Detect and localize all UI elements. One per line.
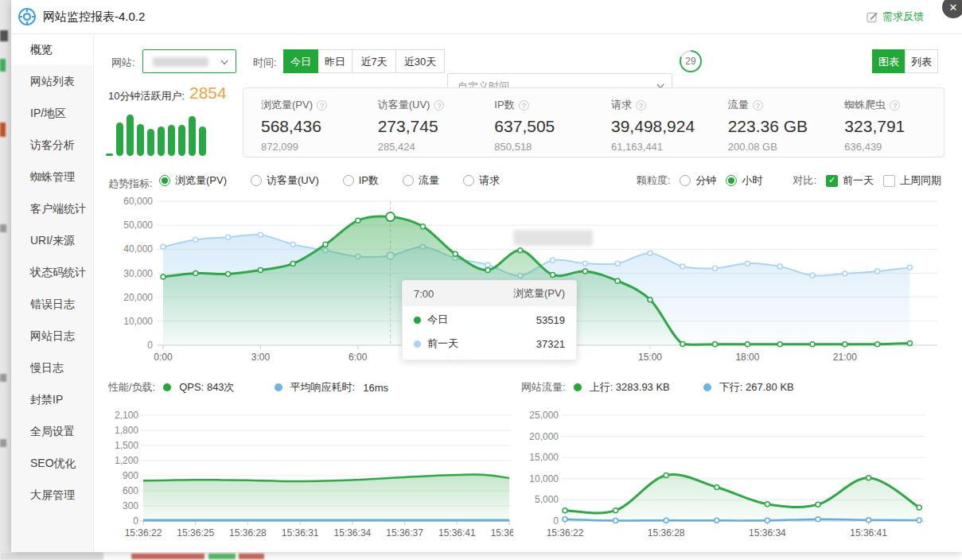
svg-text:300: 300 (123, 500, 138, 511)
sidebar-item-error-log[interactable]: 错误日志 (11, 288, 93, 320)
sidebar-item-global-settings[interactable]: 全局设置 (11, 415, 93, 447)
active-users-bar (147, 129, 154, 156)
qps-chart-canvas[interactable]: 03006009001,2001,5001,8002,10015:36:2215… (103, 404, 513, 543)
help-icon[interactable]: ? (890, 100, 900, 111)
sidebar-item-spider-management[interactable]: 蜘蛛管理 (11, 161, 93, 192)
sidebar-item-overview[interactable]: 概览 (11, 33, 93, 65)
svg-text:15:36:37: 15:36:37 (386, 527, 423, 539)
compare-checkbox-prev-day[interactable]: 前一天 (826, 173, 874, 188)
svg-text:15:36:41: 15:36:41 (850, 527, 887, 539)
stat-label: 访客量(UV) (378, 98, 430, 112)
svg-text:15:36:28: 15:36:28 (229, 527, 267, 539)
metric-radio-requests[interactable]: 请求 (463, 173, 500, 188)
active-users-bar (189, 116, 196, 156)
background-page-edge-fragment (0, 30, 8, 41)
response-time-legend-dot (275, 383, 282, 391)
stat-label: 流量 (728, 98, 749, 112)
granularity-radio-minute[interactable]: 分钟 (680, 173, 716, 188)
time-button-yesterday[interactable]: 昨日 (317, 49, 352, 73)
trend-metric-label: 趋势指标: (108, 177, 153, 191)
radio-icon (680, 175, 691, 186)
metric-radio-pv[interactable]: 浏览量(PV) (159, 173, 227, 188)
qps-legend-label[interactable]: QPS: 843次 (179, 380, 234, 395)
radio-label: 分钟 (695, 173, 716, 188)
site-select[interactable] (142, 49, 236, 73)
sidebar-item-slow-log[interactable]: 慢日志 (11, 352, 93, 383)
traffic-chart-canvas[interactable]: 05,00010,00015,00020,00025,00015:36:2215… (517, 404, 927, 543)
radio-label: 请求 (479, 173, 500, 188)
radio-label: 访客量(UV) (267, 173, 319, 188)
time-button-last30days[interactable]: 近30天 (395, 49, 445, 73)
svg-text:10,000: 10,000 (529, 473, 559, 484)
series-dot-today (414, 317, 421, 324)
svg-text:30,000: 30,000 (123, 268, 153, 279)
stat-prev: 200.08 GB (728, 141, 828, 153)
stat-label: 浏览量(PV) (261, 98, 313, 112)
response-time-legend-label[interactable]: 平均响应耗时: (290, 380, 356, 395)
active-users-bar (106, 154, 113, 156)
svg-text:600: 600 (123, 485, 138, 496)
radio-label: 浏览量(PV) (175, 173, 227, 188)
stat-prev: 872,099 (261, 141, 360, 153)
radio-icon (403, 175, 414, 186)
upstream-legend-label[interactable]: 上行: 3283.93 KB (590, 380, 670, 395)
stat-value: 323,791 (844, 117, 944, 136)
metric-radio-uv[interactable]: 访客量(UV) (251, 173, 319, 188)
tooltip-header: 7:00 浏览量(PV) (403, 281, 576, 306)
stat-value: 39,498,924 (611, 117, 711, 136)
sidebar-item-site-list[interactable]: 网站列表 (11, 65, 93, 97)
svg-text:1,800: 1,800 (115, 425, 138, 436)
help-icon[interactable]: ? (519, 100, 529, 111)
metric-radio-ip[interactable]: IP数 (343, 173, 379, 188)
stat-prev: 636,439 (844, 141, 944, 153)
svg-text:15:00: 15:00 (638, 352, 662, 363)
sidebar-item-ip-region[interactable]: IP/地区 (11, 97, 93, 129)
sidebar-item-uri-source[interactable]: URI/来源 (11, 224, 93, 256)
svg-text:900: 900 (123, 470, 138, 481)
radio-icon (463, 175, 474, 186)
sidebar-item-status-code-stats[interactable]: 状态码统计 (11, 256, 93, 288)
sidebar-item-site-log[interactable]: 网站日志 (11, 320, 93, 352)
granularity-radio-hour[interactable]: 小时 (726, 173, 762, 188)
background-page-edge-fragment (0, 122, 6, 137)
svg-text:50,000: 50,000 (123, 220, 153, 231)
tooltip-metric: 浏览量(PV) (513, 286, 565, 301)
active-users-minibar-chart (106, 107, 211, 156)
downstream-legend-label[interactable]: 下行: 267.80 KB (719, 380, 794, 395)
svg-text:18:00: 18:00 (735, 352, 759, 363)
feedback-link[interactable]: 需求反馈 (867, 0, 924, 33)
stat-label: 蜘蛛爬虫 (844, 98, 886, 112)
perf-chart-header: 性能/负载: QPS: 843次 平均响应耗时: 16ms (108, 380, 388, 395)
time-button-last7days[interactable]: 近7天 (352, 49, 396, 73)
site-select-label: 网站: (111, 56, 135, 70)
active-users-bar (199, 126, 206, 156)
sidebar-item-banned-ip[interactable]: 封禁IP (11, 383, 93, 415)
help-icon[interactable]: ? (636, 100, 646, 111)
view-button-chart[interactable]: 图表 (872, 49, 906, 73)
chart-tooltip: 7:00 浏览量(PV) 今日 53519 前一天 37321 (402, 280, 577, 360)
svg-text:15:36:44: 15:36:44 (491, 527, 513, 539)
help-icon[interactable]: ? (434, 100, 444, 111)
compare-checkbox-last-week[interactable]: 上周同期 (883, 173, 941, 188)
svg-text:2,100: 2,100 (115, 410, 138, 421)
sidebar-item-seo[interactable]: SEO优化 (11, 447, 93, 479)
tooltip-time: 7:00 (414, 288, 434, 300)
sidebar-item-visitor-analysis[interactable]: 访客分析 (11, 129, 93, 161)
sidebar-item-big-screen[interactable]: 大屏管理 (11, 479, 93, 511)
background-page-bottom-strip (0, 552, 962, 560)
help-icon[interactable]: ? (753, 100, 763, 111)
stat-value: 637,505 (494, 117, 594, 136)
view-toggle: 图表 列表 (873, 49, 938, 73)
tooltip-series-value: 37321 (536, 338, 565, 350)
svg-text:0: 0 (147, 340, 153, 351)
downstream-legend-dot (703, 383, 711, 391)
stat-label: 请求 (611, 98, 632, 112)
svg-text:0:00: 0:00 (154, 352, 173, 363)
svg-text:15:36:31: 15:36:31 (282, 527, 319, 539)
help-icon[interactable]: ? (317, 100, 327, 111)
active-users-label: 10分钟活跃用户: (108, 89, 185, 103)
metric-radio-traffic[interactable]: 流量 (403, 173, 439, 188)
time-button-today[interactable]: 今日 (283, 49, 318, 73)
view-button-list[interactable]: 列表 (905, 49, 938, 73)
sidebar-item-client-stats[interactable]: 客户端统计 (11, 192, 93, 224)
